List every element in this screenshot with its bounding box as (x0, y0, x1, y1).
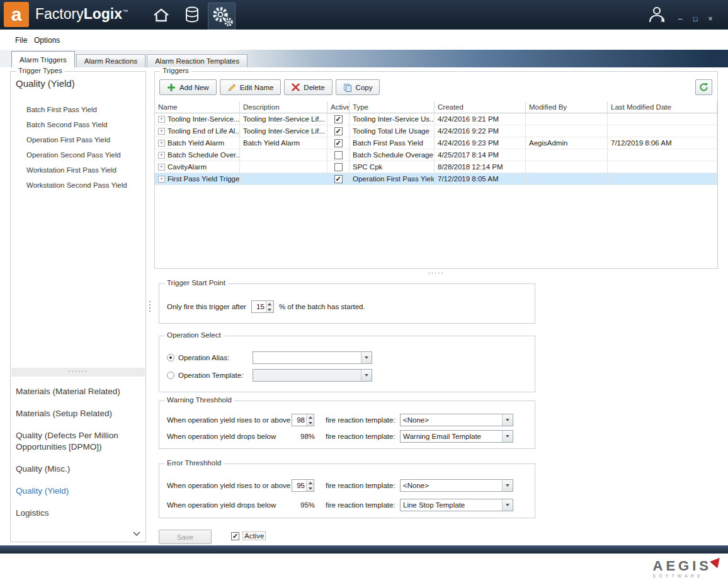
copy-button[interactable]: Copy (336, 79, 380, 95)
home-icon[interactable] (153, 8, 169, 25)
category-materials-setup-related[interactable]: Materials (Setup Related) (16, 408, 140, 419)
spin-down-icon[interactable] (307, 486, 314, 491)
tree-item-batch-second-pass-yield[interactable]: Batch Second Pass Yield (11, 117, 145, 132)
error-rises-spinner[interactable]: 95 (292, 479, 314, 492)
trigger-start-point-label: Trigger Start Point (164, 279, 228, 287)
expand-icon[interactable]: + (158, 164, 165, 171)
spin-down-icon[interactable] (266, 307, 273, 312)
menu-file[interactable]: File (15, 36, 27, 45)
dropdown-arrow-icon[interactable] (502, 414, 513, 426)
cell-name-text: Tooling End of Life Al... (168, 127, 240, 135)
cell-name-text: Tooling Inter-Service... (168, 115, 239, 123)
spin-up-icon[interactable] (307, 480, 314, 486)
cell-type: Operation First Pass Yield (350, 173, 435, 185)
menu-options[interactable]: Options (34, 36, 60, 45)
dropdown-arrow-icon[interactable] (502, 431, 513, 442)
column-header-name[interactable]: Name (155, 101, 240, 113)
error-rises-template-combo[interactable]: <None> (400, 479, 513, 492)
title-bar: a FactoryLogix™ × – □ × (0, 0, 728, 30)
spinner-buttons (306, 480, 314, 491)
batch-percent-spinner[interactable]: 15 (251, 300, 274, 313)
category-materials-material-related[interactable]: Materials (Material Related) (16, 386, 140, 397)
operation-template-label[interactable]: Operation Template: (178, 372, 253, 379)
active-checkbox[interactable]: ✓ (334, 115, 343, 123)
scroll-down-icon[interactable] (133, 527, 140, 538)
warning-drops-template-combo[interactable]: Warning Email Template (400, 430, 513, 443)
cell-type: Tooling Inter-Service Us... (350, 113, 435, 125)
active-checkbox[interactable]: ✓ (334, 139, 343, 147)
operation-template-combo[interactable] (253, 369, 372, 382)
dropdown-arrow-icon[interactable] (361, 352, 372, 363)
error-drops-template-combo[interactable]: Line Stop Template (400, 499, 513, 511)
error-rises-label: When operation yield rises to or above (167, 482, 292, 489)
active-checkbox-label[interactable]: Active (242, 531, 266, 540)
active-checkbox[interactable] (334, 151, 343, 159)
column-header-last-modified-date[interactable]: Last Modified Date (608, 101, 717, 113)
cell-description: Batch Yield Alarm (240, 137, 327, 149)
operation-alias-radio[interactable] (167, 354, 174, 361)
operation-template-radio[interactable] (167, 372, 174, 379)
column-header-type[interactable]: Type (350, 101, 435, 113)
maximize-button[interactable]: □ (690, 14, 700, 24)
cell-active: ✓ (327, 113, 350, 125)
dropdown-arrow-icon[interactable] (502, 499, 513, 511)
category-quality-misc[interactable]: Quality (Misc.) (16, 463, 140, 475)
start-text-after: % of the batch has started. (279, 303, 365, 310)
cell-name-text: CavityAlarm (168, 163, 207, 171)
spin-up-icon[interactable] (266, 301, 273, 307)
expand-icon[interactable]: + (158, 116, 165, 123)
save-button[interactable]: Save (159, 530, 212, 544)
operation-alias-combo[interactable] (253, 351, 372, 364)
close-button[interactable]: × (705, 14, 715, 24)
horizontal-splitter[interactable]: ····· (154, 270, 718, 276)
edit-name-button[interactable]: Edit Name (220, 79, 282, 95)
delete-button[interactable]: Delete (284, 79, 332, 95)
spin-down-icon[interactable] (307, 420, 314, 426)
vertical-drag-handle[interactable] (149, 301, 151, 312)
expand-icon[interactable]: + (158, 176, 165, 183)
column-header-modified-by[interactable]: Modified By (526, 101, 608, 113)
tab-alarm-reaction-templates[interactable]: Alarm Reaction Templates (147, 54, 247, 67)
active-checkbox[interactable]: ✓ (231, 532, 239, 540)
tab-alarm-triggers[interactable]: Alarm Triggers (11, 51, 75, 67)
category-quality-yield[interactable]: Quality (Yield) (16, 486, 140, 497)
active-checkbox[interactable] (334, 163, 343, 171)
expand-icon[interactable]: + (158, 140, 165, 147)
minimize-button[interactable]: – (675, 14, 685, 24)
aegis-tagline: SOFTWARE (653, 574, 712, 578)
tree-item-workstation-first-pass-yield[interactable]: Workstation First Pass Yield (11, 162, 145, 178)
operation-alias-label[interactable]: Operation Alias: (178, 354, 253, 361)
tree-item-operation-second-pass-yield[interactable]: Operation Second Pass Yield (11, 147, 145, 162)
column-header-active[interactable]: Active (327, 101, 350, 113)
category-quality-yield-header[interactable]: Quality (Yield) (16, 78, 75, 89)
expand-icon[interactable]: + (158, 128, 165, 135)
settings-nav-button[interactable] (208, 3, 236, 30)
active-checkbox[interactable]: ✓ (334, 175, 343, 183)
warning-rises-value[interactable]: 98 (292, 414, 306, 426)
tree-item-workstation-second-pass-yield[interactable]: Workstation Second Pass Yield (11, 178, 145, 193)
cell-active: ✓ (327, 137, 350, 149)
database-icon[interactable] (185, 6, 200, 26)
category-splitter[interactable]: ······ (11, 368, 145, 377)
column-header-description[interactable]: Description (240, 101, 327, 113)
tab-alarm-reactions[interactable]: Alarm Reactions (76, 54, 145, 67)
category-quality-dpmo[interactable]: Quality (Defects Per Million Opportuniti… (16, 430, 140, 453)
refresh-button[interactable] (695, 79, 712, 95)
category-logistics[interactable]: Logistics (16, 508, 140, 519)
trigger-types-label: Trigger Types (16, 67, 65, 74)
batch-percent-value[interactable]: 15 (252, 301, 266, 312)
warning-rises-template-combo[interactable]: <None> (400, 414, 513, 426)
add-new-button[interactable]: Add New (159, 79, 217, 95)
expand-icon[interactable]: + (158, 152, 165, 159)
warning-rises-spinner[interactable]: 98 (292, 414, 314, 426)
cell-name: +Batch Schedule Over... (155, 149, 240, 161)
column-header-created[interactable]: Created (435, 101, 526, 113)
dropdown-arrow-icon[interactable] (502, 480, 513, 491)
tree-item-operation-first-pass-yield[interactable]: Operation First Pass Yield (11, 132, 145, 147)
gears-icon (208, 3, 236, 29)
tree-item-batch-first-pass-yield[interactable]: Batch First Pass Yield (11, 102, 145, 117)
dropdown-arrow-icon[interactable] (361, 370, 372, 381)
spin-up-icon[interactable] (307, 414, 314, 420)
active-checkbox[interactable]: ✓ (334, 127, 343, 135)
error-rises-value[interactable]: 95 (292, 480, 306, 491)
